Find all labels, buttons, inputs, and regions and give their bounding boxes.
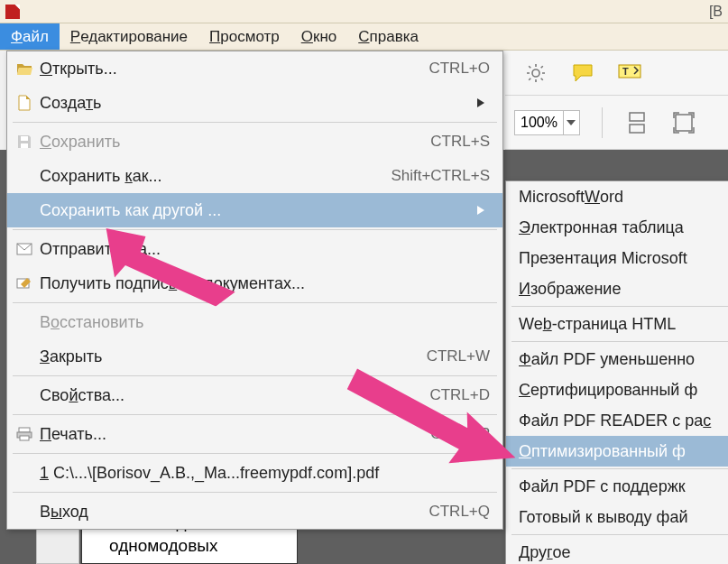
file-new-icon [14, 94, 34, 112]
submenu-item[interactable]: Файл PDF READER с рас [506, 405, 728, 436]
file-menu-item[interactable]: Открыть...CTRL+O [7, 51, 502, 86]
menu-separator [13, 453, 497, 454]
blank-icon [14, 464, 34, 482]
submenu-item[interactable]: Презентация Microsoft [506, 243, 728, 273]
submenu-item[interactable]: Web-страница HTML [506, 309, 728, 339]
menu-separator [13, 375, 497, 376]
menubar: ФайлРедактированиеПросмотрОкноСправка [0, 23, 728, 51]
file-menu-item[interactable]: ВыходCTRL+Q [7, 495, 502, 529]
app-pdf-icon [5, 5, 20, 19]
menu-item-label: Восстановить [40, 313, 490, 332]
menu-separator [511, 341, 728, 342]
blank-icon [14, 386, 34, 404]
submenu-item[interactable]: Microsoft Word [506, 181, 728, 212]
file-menu-item[interactable]: Получить подпись на документах... [7, 266, 502, 300]
submenu-item[interactable]: Файл PDF уменьшенно [506, 344, 728, 374]
file-menu-dropdown: Открыть...CTRL+OСоздатьСохранитьCTRL+SСо… [6, 51, 503, 530]
menu-item-label: Получить подпись на документах... [40, 274, 490, 293]
comment-icon[interactable] [570, 60, 595, 86]
menu-separator [13, 229, 497, 230]
toolbar-row-2: 100% [505, 96, 728, 150]
file-menu-item[interactable]: Сохранить как...Shift+CTRL+S [7, 159, 502, 193]
submenu-item[interactable]: Сертифицированный ф [506, 374, 728, 405]
menu-shortcut: CTRL+O [429, 60, 490, 78]
save-as-other-submenu: Microsoft WordЭлектронная таблицаПрезент… [505, 180, 728, 564]
menu-separator [511, 468, 728, 469]
file-menu-item[interactable]: Отправить фа... [7, 232, 502, 266]
menu-separator [13, 414, 497, 415]
menu-item-label: Закрыть [40, 347, 427, 366]
fit-page-icon[interactable] [671, 110, 696, 135]
menu-item[interactable]: Просмотр [198, 23, 290, 50]
gear-icon[interactable] [523, 60, 548, 86]
titlebar: [В [0, 0, 728, 23]
menu-shortcut: CTRL+S [430, 133, 490, 151]
mail-icon [14, 240, 34, 258]
file-menu-item[interactable]: Создать [7, 86, 502, 120]
file-menu-item[interactable]: ЗакрытьCTRL+W [7, 339, 502, 374]
menu-item-label: Свойства... [40, 386, 429, 405]
submenu-arrow-icon [477, 98, 490, 107]
zoom-combo[interactable]: 100% [514, 110, 580, 135]
menu-item-label: Печать... [40, 425, 430, 444]
text-highlight-icon[interactable]: T [617, 60, 642, 86]
menu-item[interactable]: Окно [290, 23, 348, 50]
submenu-item[interactable]: Электронная таблица [506, 212, 728, 243]
menu-item-label: Сохранить [40, 133, 430, 152]
menu-separator [13, 122, 497, 123]
menu-shortcut: CTRL+Q [429, 503, 490, 521]
blank-icon [14, 313, 34, 331]
submenu-item[interactable]: Готовый к выводу фай [506, 502, 728, 532]
file-menu-item[interactable]: Сохранить как другой ... [7, 193, 502, 227]
svg-rect-4 [676, 115, 692, 131]
submenu-item[interactable]: Файл PDF с поддержк [506, 471, 728, 502]
menu-separator [511, 306, 728, 307]
file-menu-item[interactable]: 1 C:\...\[Borisov_A.B.,_Ma...freemypdf.c… [7, 456, 502, 490]
menu-item[interactable]: Редактирование [60, 23, 198, 50]
submenu-item[interactable]: Изображение [506, 273, 728, 304]
svg-rect-11 [20, 436, 29, 440]
submenu-item[interactable]: Оптимизированный ф [506, 436, 728, 467]
submenu-arrow-icon [477, 206, 490, 215]
separator [602, 107, 603, 138]
menu-item-label: Создать [40, 94, 468, 113]
menu-separator [13, 492, 497, 493]
menu-item-label: 1 C:\...\[Borisov_A.B.,_Ma...freemypdf.c… [40, 464, 490, 483]
chevron-down-icon[interactable] [563, 111, 579, 134]
menu-item-label: Сохранить как... [40, 167, 391, 186]
svg-rect-5 [21, 136, 28, 141]
menu-item-label: Открыть... [40, 60, 429, 79]
menu-item[interactable]: Справка [347, 23, 429, 50]
menu-item-label: Сохранить как другой ... [40, 201, 468, 220]
svg-text:T: T [622, 66, 629, 77]
blank-icon [14, 503, 34, 521]
menu-shortcut: CTRL+W [427, 347, 490, 365]
menu-item-label: Выход [40, 503, 429, 522]
svg-rect-2 [630, 113, 644, 121]
zoom-value: 100% [515, 115, 563, 131]
menu-shortcut: CTRL+D [429, 386, 490, 404]
svg-rect-6 [21, 143, 28, 148]
menu-separator [511, 534, 728, 535]
svg-rect-3 [630, 125, 644, 133]
menu-item-label: Отправить фа... [40, 240, 490, 259]
print-icon [14, 425, 34, 443]
menu-separator [13, 302, 497, 303]
blank-icon [14, 167, 34, 185]
file-menu-item[interactable]: Печать...CTRL+P [7, 417, 502, 451]
file-menu-item[interactable]: Свойства...CTRL+D [7, 378, 502, 412]
window-title: [В [709, 4, 723, 20]
blank-icon [14, 201, 34, 219]
menu-item[interactable]: Файл [0, 23, 60, 50]
doc-text-line: одномодовых [109, 534, 270, 558]
toolbar-row-1: T [505, 51, 728, 96]
blank-icon [14, 347, 34, 365]
svg-rect-9 [19, 428, 30, 432]
folder-open-icon [14, 60, 34, 78]
menu-shortcut: Shift+CTRL+S [391, 167, 490, 185]
scroll-mode-icon[interactable] [624, 110, 650, 135]
sign-icon [14, 274, 34, 292]
submenu-item[interactable]: Другое [506, 537, 728, 564]
file-menu-item: СохранитьCTRL+S [7, 125, 502, 159]
save-icon [14, 133, 34, 151]
